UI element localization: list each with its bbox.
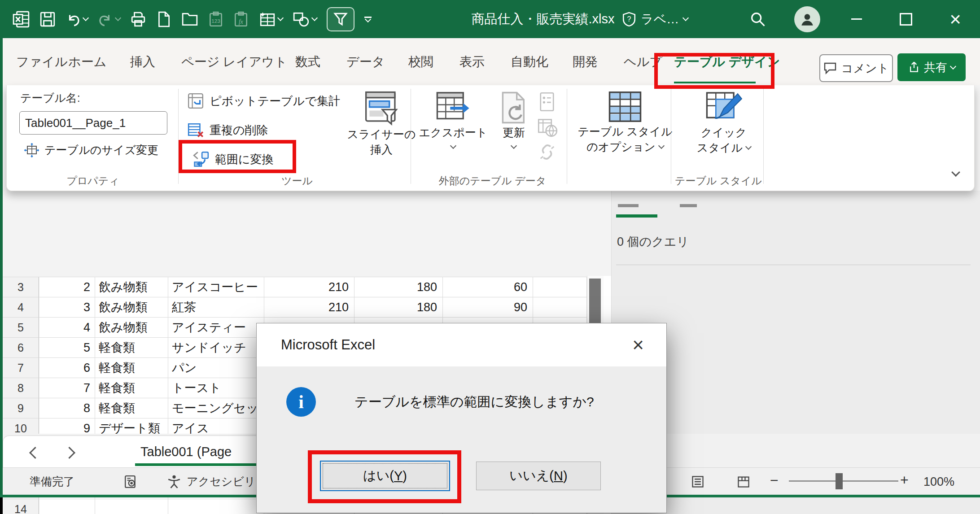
share-dropdown-icon[interactable]: [950, 63, 956, 69]
cell-number[interactable]: 5: [39, 338, 95, 358]
row-header[interactable]: 6: [3, 338, 39, 358]
cell-category[interactable]: 飲み物類: [95, 318, 168, 338]
shapes-dropdown-icon[interactable]: [311, 15, 318, 21]
tab-file[interactable]: ファイル: [16, 38, 68, 85]
cell-value1[interactable]: 210: [264, 277, 354, 297]
row-header[interactable]: 5: [3, 318, 39, 338]
sheet-nav-prev-icon[interactable]: [29, 447, 41, 459]
cell-item[interactable]: アイスコーヒー: [168, 277, 264, 297]
tab-view[interactable]: 表示: [459, 38, 485, 85]
row-header[interactable]: 8: [3, 378, 39, 398]
accessibility-icon[interactable]: [167, 475, 181, 489]
tab-automate[interactable]: 自動化: [511, 38, 548, 85]
resize-table-button[interactable]: テーブルのサイズ変更: [24, 143, 158, 157]
cell-item[interactable]: サンドイッチ: [168, 338, 264, 358]
tab-developer[interactable]: 開発: [573, 38, 598, 85]
sensitivity-label-button[interactable]: ? ラベ…: [622, 0, 688, 38]
dialog-close-icon[interactable]: ×: [622, 323, 654, 366]
cell-category[interactable]: 飲み物類: [95, 277, 168, 297]
cell-number[interactable]: 4: [39, 318, 95, 338]
normal-view-icon[interactable]: [691, 475, 704, 488]
row-header[interactable]: 9: [3, 398, 39, 418]
cell-number[interactable]: 8: [39, 398, 95, 418]
cell-item[interactable]: パン: [168, 358, 264, 378]
cell-empty[interactable]: [533, 297, 587, 318]
cell-category[interactable]: 飲み物類: [95, 297, 168, 318]
cell-number[interactable]: 6: [39, 358, 95, 378]
panel-tab-connections[interactable]: [680, 204, 697, 207]
panel-tab-queries[interactable]: [618, 204, 639, 207]
format-as-table-button[interactable]: [258, 11, 283, 27]
share-button[interactable]: 共有: [897, 53, 966, 81]
export-dropdown-icon[interactable]: [450, 143, 456, 149]
refresh-dropdown-icon[interactable]: [511, 143, 517, 149]
zoom-slider-handle[interactable]: [836, 473, 843, 489]
cell-item[interactable]: トースト: [168, 378, 264, 398]
summarize-pivot-button[interactable]: ピボットテーブルで集計: [187, 92, 340, 109]
filter-toggle-button[interactable]: [327, 7, 354, 31]
shapes-button[interactable]: [293, 11, 317, 27]
cell-value3[interactable]: 60: [443, 277, 533, 297]
no-button[interactable]: いいえ(N): [476, 462, 601, 490]
row-header[interactable]: 4: [3, 297, 39, 318]
search-icon[interactable]: [733, 0, 783, 38]
cell-number[interactable]: 7: [39, 378, 95, 398]
row-header[interactable]: 3: [3, 277, 39, 297]
refresh-button[interactable]: 更新: [489, 91, 538, 148]
zoom-slider-track[interactable]: [789, 480, 898, 482]
collapse-ribbon-icon[interactable]: [951, 168, 960, 177]
cell-category[interactable]: 軽食類: [95, 358, 168, 378]
page-layout-view-icon[interactable]: [737, 475, 750, 488]
cell-category[interactable]: [95, 499, 168, 514]
close-button[interactable]: ×: [931, 0, 980, 38]
minimize-button[interactable]: [832, 0, 881, 38]
zoom-level[interactable]: 100%: [923, 475, 954, 489]
tab-insert[interactable]: 挿入: [130, 38, 155, 85]
row-header[interactable]: 7: [3, 358, 39, 378]
cell-value3[interactable]: 90: [443, 297, 533, 318]
cell-item[interactable]: アイスティー: [168, 318, 264, 338]
zoom-in-button[interactable]: +: [900, 472, 909, 488]
sheet-nav-next-icon[interactable]: [63, 447, 75, 459]
format-as-table-dropdown-icon[interactable]: [277, 15, 284, 21]
insert-slicer-button[interactable]: スライサーの 挿入: [344, 90, 419, 157]
tab-data[interactable]: データ: [346, 38, 385, 85]
cell-category[interactable]: 軽食類: [95, 398, 168, 418]
cell-value2[interactable]: 180: [354, 297, 443, 318]
save-icon[interactable]: [39, 11, 56, 27]
excel-logo-icon[interactable]: [13, 11, 30, 28]
tab-page-layout[interactable]: ページ レイアウト: [181, 38, 287, 85]
table-style-options-button[interactable]: テーブル スタイル のオプション: [579, 90, 671, 154]
cell-value2[interactable]: 180: [354, 277, 443, 297]
cell-empty[interactable]: [533, 277, 587, 297]
tab-formulas[interactable]: 数式: [295, 38, 320, 85]
cell-category[interactable]: 軽食類: [95, 378, 168, 398]
tab-home[interactable]: ホーム: [68, 38, 106, 85]
undo-dropdown-icon[interactable]: [83, 15, 89, 21]
cell-number[interactable]: 2: [39, 277, 95, 297]
cell-item[interactable]: 紅茶: [168, 297, 264, 318]
tab-review[interactable]: 校閲: [408, 38, 433, 85]
cell-number[interactable]: 3: [39, 297, 95, 318]
export-button[interactable]: エクスポート: [420, 90, 487, 148]
cell-value1[interactable]: 210: [264, 297, 354, 318]
customize-qat-icon[interactable]: [364, 17, 372, 22]
undo-button[interactable]: [66, 12, 88, 27]
comments-button[interactable]: コメント: [819, 54, 893, 82]
label-dropdown-icon[interactable]: [682, 15, 689, 21]
cell-category[interactable]: 軽食類: [95, 338, 168, 358]
remove-duplicates-button[interactable]: 重複の削除: [187, 122, 268, 138]
open-folder-icon[interactable]: [181, 12, 198, 27]
macro-record-icon[interactable]: [124, 475, 137, 488]
quick-styles-button[interactable]: クイック スタイル: [678, 90, 770, 155]
new-document-icon[interactable]: [156, 11, 171, 27]
cell-number[interactable]: [39, 499, 95, 514]
print-preview-icon[interactable]: [130, 11, 146, 27]
table-name-input[interactable]: [19, 111, 167, 135]
style-options-dropdown-icon[interactable]: [658, 142, 665, 148]
maximize-button[interactable]: [881, 0, 931, 38]
user-avatar[interactable]: [794, 6, 820, 32]
row-header[interactable]: 14: [3, 499, 39, 514]
cell-item[interactable]: [168, 499, 264, 514]
quick-styles-dropdown-icon[interactable]: [745, 143, 752, 149]
